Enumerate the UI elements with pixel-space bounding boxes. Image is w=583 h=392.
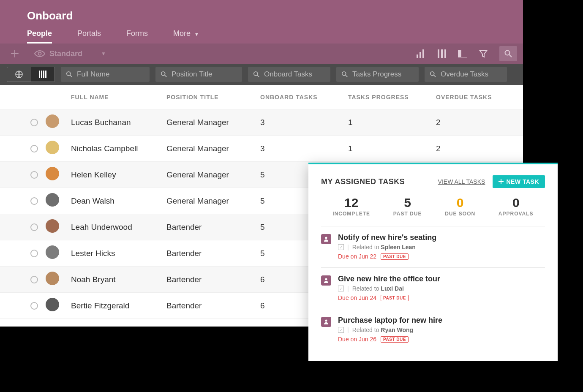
col-full-name[interactable]: FULL NAME: [71, 94, 166, 101]
svg-rect-15: [45, 71, 46, 78]
svg-point-26: [325, 237, 327, 239]
row-select-radio[interactable]: [30, 223, 38, 231]
checkbox-icon[interactable]: ✓: [338, 286, 344, 291]
filter-placeholder: Position Title: [172, 70, 212, 79]
svg-rect-14: [43, 71, 44, 78]
past-due-badge: PAST DUE: [381, 295, 409, 301]
list-view-toggle[interactable]: [31, 67, 54, 82]
svg-point-16: [67, 72, 71, 76]
columns-icon[interactable]: [438, 49, 446, 58]
col-tasks-progress[interactable]: TASKS PROGRESS: [348, 94, 436, 101]
filter-overdue-tasks[interactable]: Overdue Tasks: [425, 67, 507, 82]
svg-line-10: [509, 54, 512, 57]
stat-block[interactable]: 12 INCOMPLETE: [332, 196, 370, 217]
cell-onboard-tasks: 3: [260, 144, 348, 153]
header: Onboard People Portals Forms More ▼: [0, 0, 523, 44]
cell-position: General Manager: [166, 144, 260, 153]
search-icon: [161, 71, 167, 78]
task-item[interactable]: Purchase laptop for new hire ✓ | Related…: [321, 309, 545, 350]
stat-block[interactable]: 0 DUE SOON: [445, 196, 475, 217]
tab-more-label: More: [173, 29, 191, 38]
cell-overdue-tasks: 2: [436, 144, 523, 153]
globe-view-toggle[interactable]: [7, 67, 31, 82]
cell-position: Bartender: [166, 301, 260, 310]
bars-icon: [39, 71, 46, 78]
past-due-badge: PAST DUE: [381, 253, 409, 260]
globe-icon: [15, 70, 23, 79]
row-select-radio[interactable]: [30, 171, 38, 179]
add-button[interactable]: [6, 49, 24, 58]
card-icon[interactable]: [458, 50, 467, 57]
task-type-icon: [321, 275, 331, 286]
view-mode-segment: [7, 67, 55, 82]
table-row[interactable]: Nicholas Campbell General Manager 3 1 2: [0, 136, 523, 162]
task-item[interactable]: Notify of new hire's seating ✓ | Related…: [321, 226, 545, 267]
svg-rect-5: [441, 49, 443, 58]
tab-portals[interactable]: Portals: [77, 29, 101, 44]
col-overdue-tasks[interactable]: OVERDUE TASKS: [436, 94, 523, 101]
filter-placeholder: Full Name: [77, 70, 109, 79]
svg-rect-3: [422, 49, 424, 58]
tab-more[interactable]: More ▼: [173, 29, 199, 44]
checkbox-icon[interactable]: ✓: [338, 244, 344, 250]
table-row[interactable]: Lucas Buchanan General Manager 3 1 2: [0, 109, 523, 136]
search-button[interactable]: [499, 46, 517, 61]
svg-point-9: [505, 51, 510, 55]
filter-full-name[interactable]: Full Name: [61, 67, 150, 82]
stat-label: APPROVALS: [499, 211, 534, 217]
checkbox-icon[interactable]: ✓: [338, 327, 344, 333]
avatar: [46, 141, 59, 154]
task-due: Due on Jun 24 PAST DUE: [338, 294, 440, 301]
col-position-title[interactable]: POSITION TITLE: [166, 94, 260, 101]
avatar: [46, 114, 59, 128]
filter-placeholder: Tasks Progress: [352, 70, 401, 79]
new-task-button[interactable]: NEW TASK: [493, 175, 545, 188]
avatar: [46, 193, 59, 207]
cell-position: General Manager: [166, 118, 260, 127]
filter-tasks-progress[interactable]: Tasks Progress: [336, 67, 419, 82]
svg-rect-4: [438, 49, 439, 58]
filter-onboard-tasks[interactable]: Onboard Tasks: [248, 67, 330, 82]
cell-position: Bartender: [166, 223, 260, 232]
svg-point-22: [342, 72, 346, 76]
task-related: ✓ | Related to Spleen Lean: [338, 244, 436, 250]
row-select-radio[interactable]: [30, 302, 38, 310]
divider: [29, 47, 29, 60]
row-select-radio[interactable]: [30, 276, 38, 283]
task-item[interactable]: Give new hire the office tour ✓ | Relate…: [321, 267, 545, 309]
stat-number: 5: [393, 196, 422, 210]
search-icon: [341, 71, 348, 78]
plus-icon: [499, 179, 504, 184]
stat-block[interactable]: 5 PAST DUE: [393, 196, 422, 217]
filter-icon[interactable]: [479, 49, 488, 58]
tab-people[interactable]: People: [27, 29, 52, 44]
view-all-tasks-link[interactable]: VIEW ALL TASKS: [438, 178, 485, 185]
cell-position: General Manager: [166, 196, 260, 206]
filter-position-title[interactable]: Position Title: [155, 67, 242, 82]
task-related: ✓ | Related to Ryan Wong: [338, 327, 442, 333]
search-icon: [66, 71, 73, 78]
svg-line-21: [257, 75, 259, 77]
svg-line-17: [70, 75, 72, 77]
caret-down-icon: ▼: [101, 51, 106, 57]
task-title: Purchase laptop for new hire: [338, 316, 442, 325]
cell-full-name: Dean Walsh: [71, 196, 166, 206]
row-select-radio[interactable]: [30, 119, 38, 126]
cell-overdue-tasks: 2: [436, 118, 523, 127]
tab-forms[interactable]: Forms: [126, 29, 148, 44]
row-select-radio[interactable]: [30, 145, 38, 152]
cell-position: General Manager: [166, 170, 260, 180]
search-icon: [504, 50, 512, 57]
bar-chart-icon[interactable]: [417, 49, 426, 58]
col-onboard-tasks[interactable]: ONBOARD TASKS: [260, 94, 348, 101]
row-select-radio[interactable]: [30, 250, 38, 257]
row-select-radio[interactable]: [30, 197, 38, 205]
cell-full-name: Lester Hicks: [71, 249, 166, 258]
cell-full-name: Nicholas Campbell: [71, 144, 166, 153]
view-selector[interactable]: Standard ▼: [34, 49, 417, 58]
avatar: [46, 219, 59, 233]
svg-point-28: [325, 320, 327, 322]
task-title: Give new hire the office tour: [338, 275, 440, 283]
stat-block[interactable]: 0 APPROVALS: [499, 196, 534, 217]
svg-rect-6: [444, 49, 446, 58]
